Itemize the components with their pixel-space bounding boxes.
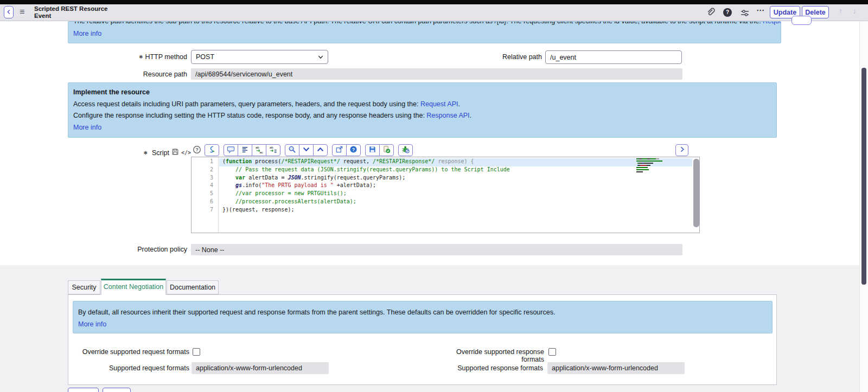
page-title: Scripted REST Resource Event [34, 5, 107, 20]
form-footer-button-1[interactable] [68, 388, 99, 392]
code-minimap [636, 158, 679, 176]
mandatory-icon: ✱ [143, 150, 148, 156]
supported-response-formats-value: application/x-www-form-urlencoded [547, 362, 685, 374]
toggle-comment-button[interactable] [224, 144, 238, 156]
supported-request-formats-label: Supported request formats [81, 364, 189, 372]
back-chevron-icon [5, 8, 12, 17]
http-method-select[interactable]: POST [191, 50, 328, 64]
related-tabs-section: Security Content Negotiation Documentati… [0, 265, 868, 392]
browser-top-strip [0, 0, 868, 4]
script-editor-toolbar: abacab? [205, 144, 413, 156]
relative-path-input[interactable] [545, 50, 682, 64]
protection-policy-label: Protection policy [79, 246, 187, 253]
open-in-new-window-button[interactable] [332, 144, 347, 156]
code-line-1[interactable]: (function process(/*RESTAPIRequest*/ req… [219, 158, 692, 166]
code-toggle-icon[interactable]: </> [181, 150, 191, 156]
protection-policy-value: -- None -- [191, 244, 682, 255]
replace-icon: abac [255, 145, 263, 155]
implement-resource-infobox: Implement the resource Access request de… [68, 82, 777, 138]
code-line-7[interactable]: })(request, response); [219, 207, 692, 215]
code-line-4[interactable]: gs.info("The PRTG payload is " +alertDat… [219, 182, 692, 190]
content-negotiation-panel: By default, all resources inherit their … [68, 294, 777, 385]
code-line-6[interactable]: //processor.processAlerts(alertData); [219, 198, 692, 207]
override-response-formats-checkbox[interactable] [548, 348, 556, 356]
request-api-line: Access request details including URI pat… [73, 100, 460, 108]
context-menu-icon[interactable]: ≡ [20, 7, 24, 17]
start-debugging-button[interactable] [398, 144, 413, 156]
svg-text:?: ? [352, 147, 355, 152]
resource-path-value: /api/689544/servicenow/u_event [191, 68, 682, 80]
code-line-2[interactable]: // Pass the request data (JSON.stringify… [219, 166, 692, 175]
svg-text:?: ? [195, 147, 198, 152]
http-method-label: ✱HTTP method [79, 53, 187, 61]
clipped-floating-control [792, 16, 812, 25]
request-api-link[interactable]: Request API [763, 21, 781, 25]
toolbar-group [398, 144, 413, 156]
attachment-paperclip-icon[interactable] [705, 8, 715, 17]
response-api-link[interactable]: Response API [426, 112, 469, 119]
supported-request-formats-value: application/x-www-form-urlencoded [192, 362, 329, 374]
code-content[interactable]: (function process(/*RESTAPIRequest*/ req… [219, 158, 692, 215]
comment-icon [227, 145, 235, 155]
search-button[interactable] [285, 144, 299, 156]
toolbar-group [285, 144, 328, 156]
script-label: ✱ Script </> [98, 148, 191, 157]
chevron-right-icon [679, 145, 686, 155]
toolbar-group: abacab [224, 144, 280, 156]
editor-scrollbar[interactable] [693, 158, 699, 232]
help-icon[interactable]: ? [723, 8, 732, 17]
popout-icon [335, 145, 343, 155]
disk-blue-icon [368, 145, 376, 155]
http-method-value: POST [196, 53, 214, 61]
code-line-5[interactable]: //var processor = new PRTGUtils(); [219, 190, 692, 198]
replace-all-icon: ab [269, 145, 277, 155]
code-line-3[interactable]: var alertData = JSON.stringify(request.q… [219, 175, 692, 183]
page-scrollbar[interactable] [859, 21, 868, 392]
scripted-rest-resource-screen: ≡ Scripted REST Resource Event ? ⋯ Updat… [0, 0, 868, 392]
editor-help-button[interactable]: ? [346, 144, 361, 156]
page-scrollbar-thumb[interactable] [861, 68, 866, 285]
line-number: 5 [192, 190, 218, 198]
toolbar-expand-button[interactable] [675, 144, 688, 156]
syntax-check-button[interactable] [379, 144, 394, 156]
format-code-button[interactable] [238, 144, 252, 156]
tab-content-negotiation[interactable]: Content Negotiation [101, 279, 166, 295]
editor-scrollbar-thumb[interactable] [693, 159, 699, 227]
line-number: 3 [192, 175, 218, 183]
svg-text:ab: ab [256, 145, 259, 149]
script-code-editor[interactable]: 1234567 (function process(/*RESTAPIReque… [191, 157, 700, 233]
script-help-icon[interactable]: ? [193, 145, 201, 154]
toolbar-group [365, 144, 394, 156]
replace-all-button[interactable]: ab [266, 144, 280, 156]
more-options-icon[interactable]: ⋯ [756, 5, 765, 15]
chevron-down-icon [302, 145, 310, 155]
save-script-button[interactable] [365, 144, 380, 156]
bug-icon [401, 145, 410, 155]
syntax-macro-button[interactable] [205, 144, 219, 156]
find-next-button[interactable] [299, 144, 314, 156]
search-icon [288, 145, 296, 155]
form-footer-button-2[interactable] [103, 388, 131, 392]
more-info-link[interactable]: More info [73, 124, 101, 131]
previous-record-icon[interactable]: ↑ [839, 7, 843, 15]
find-previous-button[interactable] [313, 144, 328, 156]
line-number: 2 [192, 166, 218, 175]
tab-security[interactable]: Security [68, 280, 100, 294]
more-info-link[interactable]: More info [73, 30, 101, 37]
chevron-up-icon [316, 145, 324, 155]
page-title-type: Scripted REST Resource [34, 5, 107, 12]
next-record-icon[interactable]: ↓ [853, 7, 857, 15]
personalize-form-icon[interactable] [740, 8, 750, 18]
replace-button[interactable]: abac [252, 144, 266, 156]
relative-path-info-clipped-text: The relative path identifies the sub-pat… [73, 21, 781, 25]
override-request-formats-label: Override supported request formats [81, 348, 189, 356]
back-button[interactable] [4, 6, 14, 18]
implement-resource-title: Implement the resource [73, 88, 150, 96]
request-api-link[interactable]: Request API [420, 100, 458, 108]
override-request-formats-checkbox[interactable] [193, 348, 200, 356]
resource-path-label: Resource path [79, 70, 187, 78]
response-api-line: Configure the response including setting… [73, 112, 471, 119]
more-info-link[interactable]: More info [78, 320, 106, 328]
tab-documentation[interactable]: Documentation [167, 280, 219, 294]
save-disk-icon[interactable] [171, 148, 179, 157]
